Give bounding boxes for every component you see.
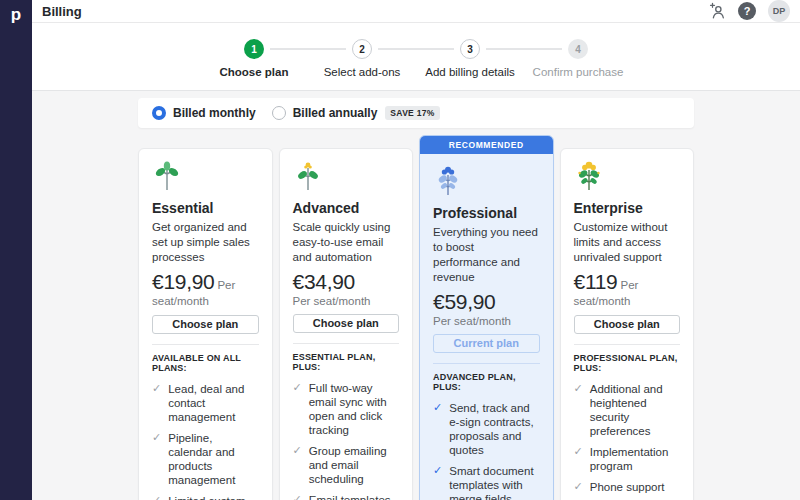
billing-period-toggle: Billed monthly Billed annually SAVE 17%: [138, 98, 694, 128]
app-window: p Billing ? DP 1 Choose plan 2 Selec: [0, 0, 800, 500]
divider: [433, 363, 540, 364]
feature-item: ✓Lead, deal and contact management: [152, 382, 259, 424]
feature-text: Pipeline, calendar and products manageme…: [168, 431, 258, 487]
header-actions: ? DP: [708, 0, 790, 22]
check-icon: ✓: [574, 382, 583, 438]
yellow-flower-plant-icon: [574, 161, 604, 191]
recommended-banner: RECOMMENDED: [420, 136, 553, 154]
plan-price-row: €119Per seat/month: [574, 270, 681, 308]
check-icon: ✓: [152, 494, 161, 500]
check-icon: ✓: [152, 382, 161, 424]
features-header: ADVANCED PLAN, PLUS:: [433, 372, 540, 392]
step-label: Add billing details: [416, 66, 524, 78]
blue-flower-plant-icon: [433, 166, 463, 196]
plan-price-unit: Per seat/month: [293, 295, 400, 307]
feature-item: ✓Additional and heightened security pref…: [574, 382, 681, 438]
plan-description: Get organized and set up simple sales pr…: [152, 220, 259, 265]
features-list: ✓Additional and heightened security pref…: [574, 382, 681, 500]
feature-item: ✓Smart document templates with merge fie…: [433, 464, 540, 500]
features-list: ✓Send, track and e-sign contracts, propo…: [433, 401, 540, 500]
plan-card-advanced: Advanced Scale quickly using easy-to-use…: [279, 148, 414, 500]
radio-selected-icon: [152, 106, 166, 120]
features-list: ✓Full two-way email sync with open and c…: [293, 381, 400, 500]
feature-text: Phone support: [590, 480, 665, 494]
green-bud-plant-icon: [293, 161, 323, 191]
step-label: Choose plan: [200, 66, 308, 78]
features-header: AVAILABLE ON ALL PLANS:: [152, 353, 259, 373]
feature-item: ✓Full two-way email sync with open and c…: [293, 381, 400, 437]
plan-price: €19,90: [152, 270, 214, 293]
page-title: Billing: [42, 4, 82, 19]
plan-description: Everything you need to boost performance…: [433, 225, 540, 285]
main-area: Billing ? DP 1 Choose plan 2 Select add-…: [32, 0, 800, 500]
billed-monthly-label: Billed monthly: [173, 106, 256, 120]
plan-card-enterprise: Enterprise Customize without limits and …: [560, 148, 695, 500]
feature-text: Group emailing and email scheduling: [309, 444, 399, 486]
checkout-stepper: 1 Choose plan 2 Select add-ons 3 Add bil…: [32, 23, 800, 91]
plan-name: Professional: [433, 205, 540, 221]
plan-name: Essential: [152, 200, 259, 216]
feature-text: Email templates with merge fields: [309, 493, 399, 500]
feature-text: Additional and heightened security prefe…: [590, 382, 680, 438]
add-user-icon[interactable]: [708, 2, 726, 20]
radio-unselected-icon: [272, 106, 286, 120]
step-select-add-ons[interactable]: 2 Select add-ons: [308, 39, 416, 78]
check-icon: ✓: [293, 444, 302, 486]
step-number: 3: [460, 39, 480, 59]
step-add-billing-details[interactable]: 3 Add billing details: [416, 39, 524, 78]
user-avatar[interactable]: DP: [768, 0, 790, 22]
step-number: 2: [352, 39, 372, 59]
feature-item: ✓Implementation program: [574, 445, 681, 473]
choose-plan-button-essential[interactable]: Choose plan: [152, 315, 259, 334]
help-icon[interactable]: ?: [738, 2, 756, 20]
check-icon: ✓: [293, 493, 302, 500]
billed-monthly-radio[interactable]: Billed monthly: [152, 106, 256, 120]
feature-item: ✓Pipeline, calendar and products managem…: [152, 431, 259, 487]
feature-text: Smart document templates with merge fiel…: [449, 464, 539, 500]
choose-plan-button-enterprise[interactable]: Choose plan: [574, 315, 681, 334]
feature-item: ✓Send, track and e-sign contracts, propo…: [433, 401, 540, 457]
features-header: ESSENTIAL PLAN, PLUS:: [293, 352, 400, 372]
step-label: Select add-ons: [308, 66, 416, 78]
pipedrive-logo: p: [11, 0, 21, 30]
plan-name: Advanced: [293, 200, 400, 216]
step-number: 4: [568, 39, 588, 59]
check-icon: ✓: [574, 445, 583, 473]
plan-price-row: €19,90Per seat/month: [152, 270, 259, 308]
plan-price-row: €59,90Per seat/month: [433, 290, 540, 327]
features-list: ✓Lead, deal and contact management✓Pipel…: [152, 382, 259, 500]
feature-text: Limited custom fields, open deals and re…: [168, 494, 258, 500]
green-sprout-icon: [152, 161, 182, 191]
feature-item: ✓Phone support: [574, 480, 681, 494]
billed-annually-radio[interactable]: Billed annually: [272, 106, 378, 120]
step-number: 1: [244, 39, 264, 59]
save-badge: SAVE 17%: [385, 106, 439, 120]
top-header: Billing ? DP: [32, 0, 800, 23]
plan-card-essential: Essential Get organized and set up simpl…: [138, 148, 273, 500]
divider: [293, 343, 400, 344]
current-plan-button[interactable]: Current plan: [433, 334, 540, 353]
divider: [152, 344, 259, 345]
content-area: Billed monthly Billed annually SAVE 17%: [32, 91, 800, 500]
plan-description: Customize without limits and access unri…: [574, 220, 681, 265]
plan-price: €34,90: [293, 270, 355, 293]
choose-plan-button-advanced[interactable]: Choose plan: [293, 314, 400, 333]
plan-price-row: €34,90Per seat/month: [293, 270, 400, 307]
plan-description: Scale quickly using easy-to-use email an…: [293, 220, 400, 265]
feature-item: ✓Group emailing and email scheduling: [293, 444, 400, 486]
feature-item: ✓Email templates with merge fields: [293, 493, 400, 500]
feature-text: Full two-way email sync with open and cl…: [309, 381, 399, 437]
features-header: PROFESSIONAL PLAN, PLUS:: [574, 353, 681, 373]
check-icon: ✓: [433, 401, 442, 457]
plan-cards: Essential Get organized and set up simpl…: [138, 135, 694, 500]
nav-rail[interactable]: p: [0, 0, 32, 500]
feature-item: ✓Limited custom fields, open deals and r…: [152, 494, 259, 500]
check-icon: ✓: [293, 381, 302, 437]
step-label: Confirm purchase: [524, 66, 632, 78]
divider: [574, 344, 681, 345]
plan-name: Enterprise: [574, 200, 681, 216]
check-icon: ✓: [152, 431, 161, 487]
step-choose-plan[interactable]: 1 Choose plan: [200, 39, 308, 78]
step-confirm-purchase: 4 Confirm purchase: [524, 39, 632, 78]
billed-annually-label: Billed annually: [293, 106, 378, 120]
